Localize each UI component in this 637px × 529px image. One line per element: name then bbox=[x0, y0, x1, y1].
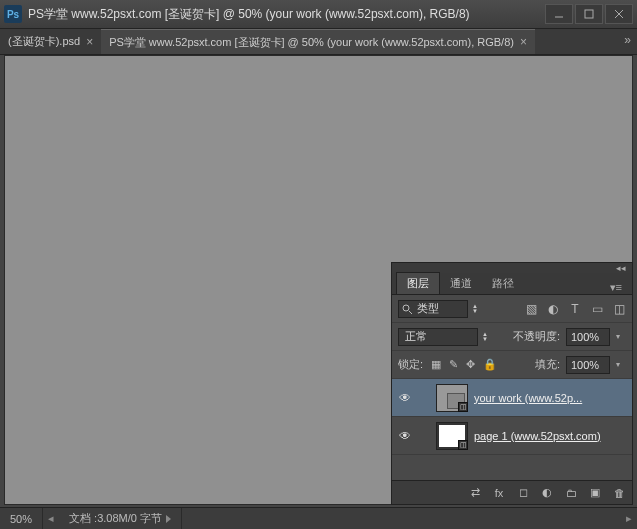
visibility-toggle-icon[interactable]: 👁 bbox=[396, 391, 414, 405]
filter-smart-icon[interactable]: ◫ bbox=[612, 302, 626, 316]
expand-tabs-icon[interactable]: » bbox=[624, 33, 631, 47]
layer-row[interactable]: 👁 ◫ your work (www.52p... bbox=[392, 379, 632, 417]
stepper-icon[interactable]: ▲▼ bbox=[472, 304, 478, 314]
filter-pixel-icon[interactable]: ▧ bbox=[524, 302, 538, 316]
svg-line-5 bbox=[409, 311, 412, 314]
layers-panel: ◂◂ 图层 通道 路径 ▾≡ 类型 ▲▼ ▧ ◐ T ▭ ◫ 正常 ▲▼ 不透明… bbox=[391, 262, 633, 505]
layer-name[interactable]: page 1 (www.52psxt.com) bbox=[474, 430, 628, 442]
adjustment-layer-icon[interactable]: ◐ bbox=[540, 486, 554, 499]
layer-thumbnail[interactable]: ◫ bbox=[436, 384, 468, 412]
layer-thumbnail[interactable]: ◫ bbox=[436, 422, 468, 450]
lock-all-icon[interactable]: 🔒 bbox=[483, 358, 497, 371]
link-layers-icon[interactable]: ⇄ bbox=[468, 486, 482, 499]
chevron-down-icon[interactable]: ▾ bbox=[616, 360, 626, 369]
lock-pixels-icon[interactable]: ✎ bbox=[449, 358, 458, 371]
document-tab-1[interactable]: (圣诞贺卡).psd × bbox=[0, 29, 101, 54]
link-icon[interactable] bbox=[420, 431, 430, 441]
tab-channels[interactable]: 通道 bbox=[440, 273, 482, 294]
svg-point-4 bbox=[403, 305, 409, 311]
fill-label: 填充: bbox=[535, 357, 560, 372]
delete-layer-icon[interactable]: 🗑 bbox=[612, 487, 626, 499]
filter-adjustment-icon[interactable]: ◐ bbox=[546, 302, 560, 316]
lock-label: 锁定: bbox=[398, 357, 423, 372]
stepper-icon[interactable]: ▲▼ bbox=[482, 332, 488, 342]
app-logo: Ps bbox=[4, 5, 22, 23]
close-icon[interactable]: × bbox=[86, 35, 93, 49]
new-layer-icon[interactable]: ▣ bbox=[588, 486, 602, 499]
fill-input[interactable]: 100% bbox=[566, 356, 610, 374]
visibility-toggle-icon[interactable]: 👁 bbox=[396, 429, 414, 443]
smart-object-badge-icon: ◫ bbox=[458, 402, 468, 412]
chevron-right-icon[interactable] bbox=[166, 515, 171, 523]
opacity-input[interactable]: 100% bbox=[566, 328, 610, 346]
group-icon[interactable]: 🗀 bbox=[564, 487, 578, 499]
filter-type-icon[interactable]: T bbox=[568, 302, 582, 316]
scroll-left-icon[interactable]: ◂ bbox=[43, 512, 59, 525]
tab-paths[interactable]: 路径 bbox=[482, 273, 524, 294]
link-icon[interactable] bbox=[420, 393, 430, 403]
layer-row[interactable]: 👁 ◫ page 1 (www.52psxt.com) bbox=[392, 417, 632, 455]
layer-name[interactable]: your work (www.52p... bbox=[474, 392, 628, 404]
scroll-right-icon[interactable]: ▸ bbox=[621, 512, 637, 525]
close-icon[interactable]: × bbox=[520, 35, 527, 49]
maximize-button[interactable] bbox=[575, 4, 603, 24]
tab-layers[interactable]: 图层 bbox=[396, 272, 440, 294]
document-tab-2[interactable]: PS学堂 www.52psxt.com [圣诞贺卡] @ 50% (your w… bbox=[101, 29, 535, 54]
opacity-label: 不透明度: bbox=[513, 329, 560, 344]
layer-style-icon[interactable]: fx bbox=[492, 487, 506, 499]
lock-transparent-icon[interactable]: ▦ bbox=[431, 358, 441, 371]
filter-shape-icon[interactable]: ▭ bbox=[590, 302, 604, 316]
panel-menu-icon[interactable]: ▾≡ bbox=[604, 281, 628, 294]
layer-mask-icon[interactable]: ◻ bbox=[516, 486, 530, 499]
smart-object-badge-icon: ◫ bbox=[458, 440, 468, 450]
window-title: PS学堂 www.52psxt.com [圣诞贺卡] @ 50% (your w… bbox=[28, 6, 545, 23]
tab-label: PS学堂 www.52psxt.com [圣诞贺卡] @ 50% (your w… bbox=[109, 35, 514, 50]
tab-label: (圣诞贺卡).psd bbox=[8, 34, 80, 49]
zoom-level[interactable]: 50% bbox=[0, 508, 43, 529]
minimize-button[interactable] bbox=[545, 4, 573, 24]
filter-type-select[interactable]: 类型 bbox=[398, 300, 468, 318]
collapse-panel-icon[interactable]: ◂◂ bbox=[616, 263, 626, 273]
lock-position-icon[interactable]: ✥ bbox=[466, 358, 475, 371]
close-button[interactable] bbox=[605, 4, 633, 24]
svg-rect-1 bbox=[585, 10, 593, 18]
chevron-down-icon[interactable]: ▾ bbox=[616, 332, 626, 341]
layer-list: 👁 ◫ your work (www.52p... 👁 ◫ page 1 (ww… bbox=[392, 379, 632, 480]
doc-info[interactable]: 文档 :3.08M/0 字节 bbox=[59, 508, 182, 529]
blend-mode-select[interactable]: 正常 bbox=[398, 328, 478, 346]
panel-footer: ⇄ fx ◻ ◐ 🗀 ▣ 🗑 bbox=[392, 480, 632, 504]
